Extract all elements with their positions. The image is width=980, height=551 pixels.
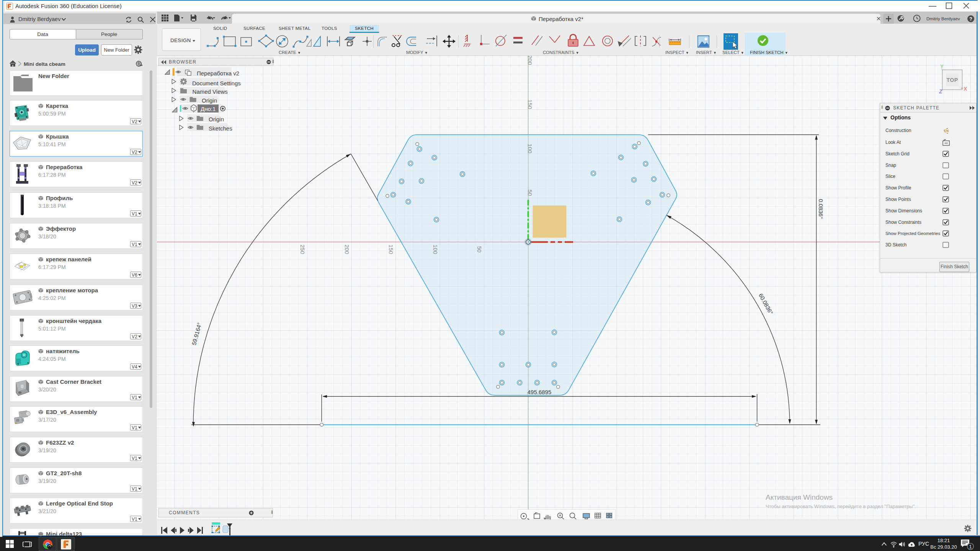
svg-text:200: 200: [344, 245, 350, 254]
svg-text:1: 1: [969, 544, 972, 549]
svg-text:0.0836°: 0.0836°: [818, 199, 824, 219]
svg-text:200: 200: [527, 56, 533, 65]
svg-text:50: 50: [527, 189, 533, 196]
svg-text:495.6895: 495.6895: [528, 389, 552, 395]
svg-text:150: 150: [388, 245, 394, 254]
svg-text:TOP: TOP: [946, 77, 958, 83]
svg-text:Z: Z: [939, 88, 942, 95]
svg-text:100: 100: [432, 245, 439, 254]
svg-text:50: 50: [476, 246, 483, 253]
svg-text:250: 250: [299, 245, 306, 254]
svg-text:Y: Y: [940, 64, 944, 69]
svg-text:100: 100: [527, 143, 533, 153]
svg-text:X: X: [964, 86, 967, 92]
svg-text:?: ?: [969, 16, 972, 22]
svg-text:150: 150: [527, 99, 533, 109]
